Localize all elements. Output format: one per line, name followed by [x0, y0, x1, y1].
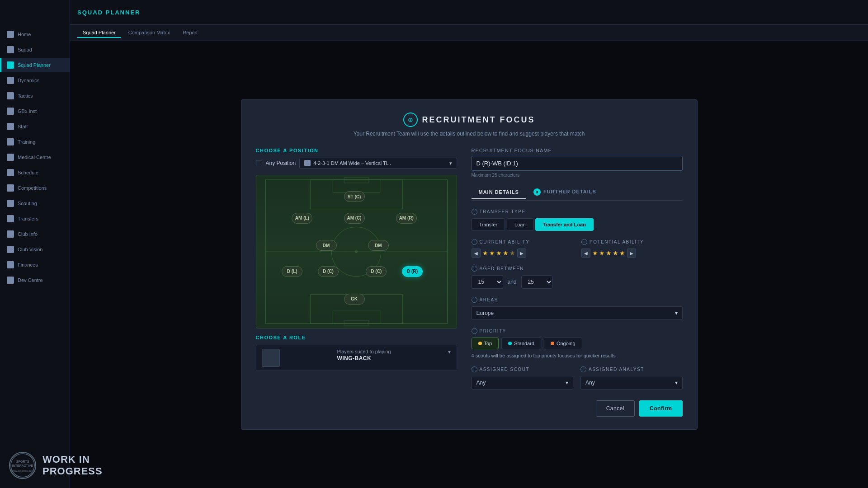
pos-btn-am-l[interactable]: AM (L)	[292, 213, 312, 224]
sidebar-item-gbx[interactable]: GBx Inst	[0, 104, 70, 118]
sidebar: Home Squad Squad Planner Dynamics Tactic…	[0, 0, 70, 488]
sidebar-item-finances[interactable]: Finances	[0, 258, 70, 272]
any-position-checkbox[interactable]	[256, 160, 262, 166]
scout-col: i ASSIGNED SCOUT Any ▾	[472, 366, 574, 389]
priority-info-icon[interactable]: i	[472, 328, 477, 334]
age-and-label: and	[508, 279, 517, 285]
assigned-scout-label: i ASSIGNED SCOUT	[472, 366, 574, 372]
pos-btn-d-cl[interactable]: D (C)	[318, 266, 339, 277]
sidebar-item-dev-centre[interactable]: Dev Centre	[0, 273, 70, 287]
sidebar-item-medical[interactable]: Medical Centre	[0, 150, 70, 164]
aged-between-info-icon[interactable]: i	[472, 266, 477, 272]
pos-btn-st-c[interactable]: ST (C)	[344, 191, 365, 202]
areas-select[interactable]: Europe ▾	[472, 306, 683, 320]
sidebar-item-squad-planner[interactable]: Squad Planner	[0, 58, 70, 72]
schedule-icon	[7, 169, 14, 176]
potential-ability-col: i POTENTIAL ABILITY ◀ ★ ★ ★ ★ ★	[581, 239, 683, 258]
current-ability-prev[interactable]: ◀	[472, 249, 481, 258]
tab-further-details[interactable]: 0FURTHER DETAILS	[526, 185, 604, 200]
potential-ability-label: i POTENTIAL ABILITY	[581, 239, 683, 245]
pot-star-4: ★	[613, 249, 618, 257]
dialog-icon: ⊕	[403, 113, 418, 127]
confirm-button[interactable]: Confirm	[639, 400, 683, 417]
role-dropdown[interactable]: Players suited to playing WING-BACK ▾	[256, 345, 457, 371]
sidebar-item-competitions[interactable]: Competitions	[0, 181, 70, 195]
pot-star-5: ★	[619, 249, 625, 257]
priority-btn-standard[interactable]: Standard	[501, 338, 541, 349]
tab-main-details[interactable]: MAIN DETAILS	[472, 186, 526, 199]
areas-info-icon[interactable]: i	[472, 297, 477, 303]
transfer-type-info-icon[interactable]: i	[472, 209, 477, 215]
scout-analyst-row: i ASSIGNED SCOUT Any ▾ i ASSIGNED	[472, 366, 683, 389]
sidebar-item-schedule[interactable]: Schedule	[0, 165, 70, 180]
pos-btn-dm-r[interactable]: DM	[368, 240, 389, 251]
si-logo: SPORTS INTERACTIVE www.sigames.com	[9, 452, 36, 479]
pos-btn-d-r[interactable]: D (R)	[402, 266, 423, 277]
transfer-btn-transfer-and-loan[interactable]: Transfer and Loan	[535, 218, 594, 231]
assigned-analyst-select[interactable]: Any ▾	[580, 376, 683, 389]
dialog-body: CHOOSE A POSITION Any Position 4-2-3-1 D…	[256, 148, 683, 417]
focus-name-input[interactable]	[472, 156, 683, 171]
sidebar-item-squad[interactable]: Squad	[0, 42, 70, 57]
age-min-select[interactable]: 15	[472, 275, 503, 289]
assigned-analyst-info-icon[interactable]: i	[580, 366, 586, 372]
potential-ability-info-icon[interactable]: i	[581, 239, 587, 245]
sidebar-item-transfers[interactable]: Transfers	[0, 211, 70, 226]
current-ability-label: i CURRENT ABILITY	[472, 239, 573, 245]
sidebar-item-scouting[interactable]: Scouting	[0, 196, 70, 211]
focus-name-label: RECRUITMENT FOCUS NAME	[472, 148, 683, 153]
role-name: WING-BACK	[337, 355, 391, 361]
tab-comparison-matrix[interactable]: Comparison Matrix	[123, 28, 175, 38]
formation-icon	[304, 160, 311, 166]
priority-dot-standard	[508, 342, 512, 345]
squad-planner-icon	[7, 61, 14, 69]
priority-btn-ongoing[interactable]: Ongoing	[544, 338, 582, 349]
further-details-badge: 0	[533, 188, 541, 196]
dialog-overlay: ⊕ RECRUITMENT FOCUS Your Recruitment Tea…	[70, 41, 868, 488]
transfer-btn-transfer[interactable]: Transfer	[472, 218, 505, 231]
formation-select[interactable]: 4-2-3-1 DM AM Wide – Vertical Ti... ▾	[299, 158, 457, 169]
tab-report[interactable]: Report	[177, 28, 203, 38]
svg-text:INTERACTIVE: INTERACTIVE	[12, 464, 33, 467]
training-icon	[7, 138, 14, 145]
role-dropdown-content: Players suited to playing WING-BACK	[337, 349, 391, 361]
assigned-scout-select[interactable]: Any ▾	[472, 376, 574, 389]
pot-star-2: ★	[599, 249, 605, 257]
sidebar-item-club-info[interactable]: Club Info	[0, 227, 70, 241]
pos-btn-d-l[interactable]: D (L)	[282, 266, 302, 277]
dialog-title: RECRUITMENT FOCUS	[422, 115, 535, 125]
tab-squad-planner[interactable]: Squad Planner	[77, 28, 121, 38]
sidebar-item-home[interactable]: Home	[0, 27, 70, 42]
watermark-text: WORK IN PROGRESS	[42, 454, 103, 478]
current-ability-next[interactable]: ▶	[517, 249, 526, 258]
club-vision-icon	[7, 246, 14, 253]
pos-btn-am-c[interactable]: AM (C)	[344, 213, 365, 224]
priority-btn-top[interactable]: Top	[472, 338, 499, 349]
transfers-icon	[7, 215, 14, 222]
scouting-icon	[7, 200, 14, 207]
pos-btn-d-cr[interactable]: D (C)	[366, 266, 387, 277]
potential-stars-container: ★ ★ ★ ★ ★	[592, 249, 625, 257]
max-chars-label: Maximum 25 characters	[472, 173, 683, 178]
cancel-button[interactable]: Cancel	[596, 400, 635, 417]
home-icon	[7, 31, 14, 38]
sidebar-item-training[interactable]: Training	[0, 135, 70, 149]
potential-ability-next[interactable]: ▶	[627, 249, 636, 258]
age-max-select[interactable]: 25	[521, 275, 553, 289]
potential-ability-prev[interactable]: ◀	[581, 249, 590, 258]
role-label: Players suited to playing	[337, 349, 391, 354]
pos-btn-am-r[interactable]: AM (R)	[396, 213, 417, 224]
sidebar-item-dynamics[interactable]: Dynamics	[0, 73, 70, 88]
sidebar-item-tactics[interactable]: Tactics	[0, 89, 70, 103]
sidebar-item-club-vision[interactable]: Club Vision	[0, 242, 70, 257]
any-position-label: Any Position	[266, 160, 296, 166]
current-ability-info-icon[interactable]: i	[472, 239, 477, 245]
sidebar-item-staff[interactable]: Staff	[0, 119, 70, 134]
transfer-btn-loan[interactable]: Loan	[507, 218, 533, 231]
ability-row: i CURRENT ABILITY ◀ ★ ★ ★ ★ ★	[472, 239, 683, 258]
assigned-scout-info-icon[interactable]: i	[472, 366, 477, 372]
star-4: ★	[503, 249, 509, 257]
pos-btn-gk[interactable]: GK	[344, 294, 365, 305]
pos-btn-dm-l[interactable]: DM	[316, 240, 337, 251]
watermark: SPORTS INTERACTIVE www.sigames.com WORK …	[9, 452, 103, 479]
